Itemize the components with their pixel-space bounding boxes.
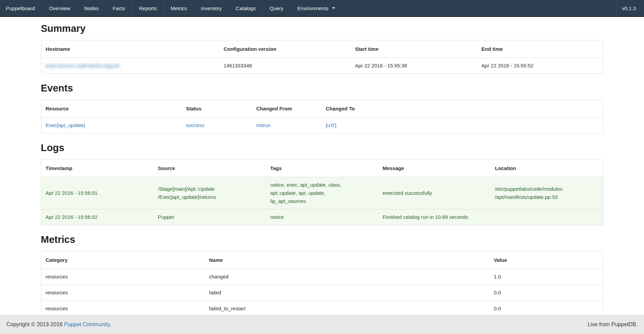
- metric-value: 0.0: [489, 285, 603, 301]
- metrics-col-category: Category: [41, 251, 205, 269]
- nav-dropdown-environments[interactable]: Environments: [291, 0, 342, 16]
- nav-item-catalogs[interactable]: Catalogs: [229, 0, 263, 16]
- events-panel: Resource Status Changed From Changed To …: [41, 100, 603, 133]
- end-time-value: Apr 22 2016 - 15:55:52: [477, 58, 603, 74]
- summary-panel: Hostname Configuration version Start tim…: [41, 40, 603, 74]
- logs-col-source: Source: [153, 160, 266, 177]
- metric-row: resources changed 1.0: [41, 269, 603, 285]
- summary-header-row: Hostname Configuration version Start tim…: [41, 40, 603, 58]
- log-message: executed successfully: [378, 177, 491, 209]
- metric-name: changed: [205, 269, 489, 285]
- log-row: Apr 22 2016 - 15:56:02 Puppet notice Fin…: [41, 209, 603, 225]
- nav-item-inventory[interactable]: Inventory: [194, 0, 229, 16]
- top-navbar: Puppetboard Overview Nodes Facts Reports…: [0, 0, 644, 17]
- log-timestamp: Apr 22 2016 - 15:56:01: [41, 177, 154, 209]
- metric-value: 0.0: [489, 301, 603, 317]
- metric-category: resources: [41, 301, 205, 317]
- metrics-section-title: Metrics: [41, 234, 603, 245]
- events-col-changed-from: Changed From: [252, 100, 322, 118]
- main-content: Summary Hostname Configuration version S…: [41, 23, 603, 325]
- metrics-header-row: Category Name Value: [41, 251, 603, 269]
- summary-col-start-time: Start time: [351, 40, 477, 58]
- log-source: /Stage[main]/Apt::Update /Exec[apt_updat…: [153, 177, 266, 209]
- log-location: /etc/puppetlabs/code/modules /apt/manife…: [491, 177, 603, 209]
- config-version-value: 1461333348: [219, 58, 350, 74]
- event-status-link[interactable]: success: [186, 122, 204, 128]
- log-source: Puppet: [153, 209, 266, 225]
- events-col-resource: Resource: [41, 100, 182, 118]
- logs-col-timestamp: Timestamp: [41, 160, 154, 177]
- nav-item-query[interactable]: Query: [263, 0, 291, 16]
- metric-row: resources failed 0.0: [41, 285, 603, 301]
- logs-col-location: Location: [491, 160, 603, 177]
- nav-item-overview[interactable]: Overview: [42, 0, 78, 16]
- event-resource-link[interactable]: Exec[apt_update]: [46, 122, 85, 128]
- app-version-label: v0.1.3: [617, 0, 644, 16]
- metric-category: resources: [41, 269, 205, 285]
- log-tags: notice, exec, apt_update, class, apt::up…: [266, 177, 378, 209]
- event-changed-to-link[interactable]: [u'0']: [326, 122, 336, 128]
- events-col-status: Status: [181, 100, 252, 118]
- hostname-link[interactable]: anat-tservvm.mpib-berlin.mpg.de: [46, 63, 120, 68]
- environments-dropdown-label: Environments: [297, 5, 328, 11]
- footer-puppetdb-status: Live from PuppetDB.: [587, 321, 638, 328]
- metrics-panel: Category Name Value resources changed 1.…: [41, 251, 603, 325]
- log-row: Apr 22 2016 - 15:56:01 /Stage[main]/Apt:…: [41, 177, 603, 209]
- metric-value: 1.0: [489, 269, 603, 285]
- puppet-community-link[interactable]: Puppet Community: [64, 321, 110, 327]
- summary-col-config-version: Configuration version: [219, 40, 350, 58]
- navbar-spacer: [342, 0, 617, 16]
- caret-down-icon: [332, 7, 335, 9]
- summary-table: Hostname Configuration version Start tim…: [41, 40, 603, 74]
- logs-panel: Timestamp Source Tags Message Location A…: [41, 159, 603, 225]
- copyright-text: Copyright © 2013-2016: [6, 321, 64, 327]
- footer-copyright: Copyright © 2013-2016 Puppet Community.: [6, 321, 111, 328]
- summary-col-end-time: End time: [477, 40, 603, 58]
- logs-table: Timestamp Source Tags Message Location A…: [41, 160, 603, 225]
- logs-header-row: Timestamp Source Tags Message Location: [41, 160, 603, 177]
- logs-col-message: Message: [378, 160, 491, 177]
- start-time-value: Apr 22 2016 - 15:55:38: [351, 58, 477, 74]
- events-header-row: Resource Status Changed From Changed To: [41, 100, 603, 118]
- metrics-col-value: Value: [489, 251, 603, 269]
- summary-section-title: Summary: [41, 23, 603, 34]
- nav-item-nodes[interactable]: Nodes: [77, 0, 106, 16]
- metric-category: resources: [41, 285, 205, 301]
- nav-item-facts[interactable]: Facts: [106, 0, 132, 16]
- nav-item-reports[interactable]: Reports: [132, 0, 164, 16]
- log-timestamp: Apr 22 2016 - 15:56:02: [41, 209, 154, 225]
- page-footer: Copyright © 2013-2016 Puppet Community. …: [0, 315, 644, 334]
- logs-section-title: Logs: [41, 142, 603, 153]
- nav-item-metrics[interactable]: Metrics: [164, 0, 194, 16]
- log-tags: notice: [266, 209, 378, 225]
- metrics-col-name: Name: [205, 251, 489, 269]
- log-message: Finished catalog run in 10.88 seconds: [378, 209, 491, 225]
- logs-col-tags: Tags: [266, 160, 378, 177]
- summary-col-hostname: Hostname: [41, 40, 219, 58]
- navbar-brand-puppetboard[interactable]: Puppetboard: [0, 0, 42, 16]
- metric-row: resources failed_to_restart 0.0: [41, 301, 603, 317]
- copyright-period: .: [110, 321, 111, 327]
- log-location: [491, 209, 603, 225]
- summary-row: anat-tservvm.mpib-berlin.mpg.de 14613333…: [41, 58, 603, 74]
- events-table: Resource Status Changed From Changed To …: [41, 100, 603, 133]
- navbar-left: Puppetboard Overview Nodes Facts Reports…: [0, 0, 342, 16]
- events-section-title: Events: [41, 83, 603, 93]
- events-col-changed-to: Changed To: [321, 100, 603, 118]
- event-changed-from-link[interactable]: notrun: [256, 122, 271, 128]
- metric-name: failed_to_restart: [205, 301, 489, 317]
- metrics-table: Category Name Value resources changed 1.…: [41, 251, 603, 325]
- event-row: Exec[apt_update] success notrun [u'0']: [41, 118, 603, 133]
- metric-name: failed: [205, 285, 489, 301]
